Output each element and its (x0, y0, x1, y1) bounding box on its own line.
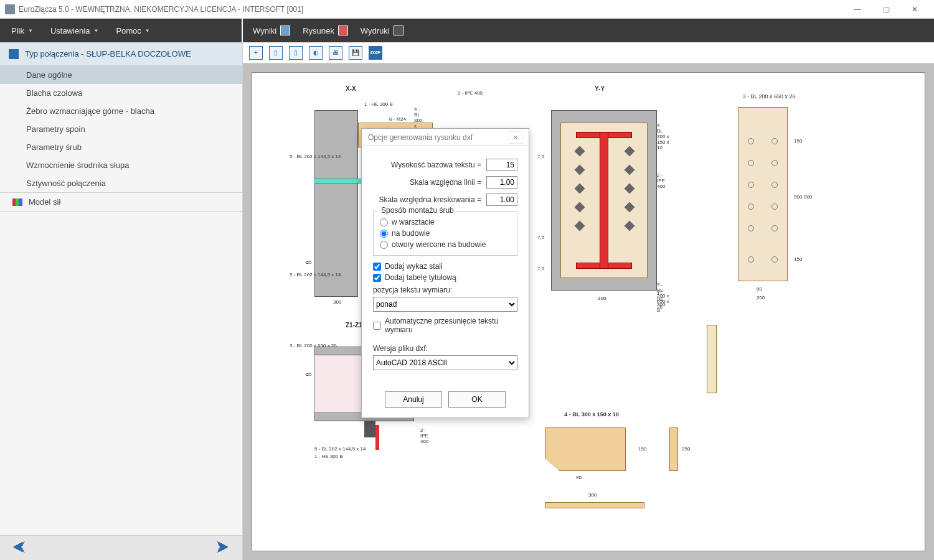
label-xx-a5: ɑ5 (306, 259, 311, 265)
drawing-section-yy: Y-Y 4 - BL 300 (532, 85, 669, 303)
radio-workshop-input[interactable] (380, 218, 388, 226)
label-dxf-version: Wersja pliku dxf: (373, 344, 517, 353)
sidebar-header: Typ połączenia - SŁUP-BELKA DOCZOŁOWE (0, 42, 242, 66)
connection-type-icon (9, 49, 19, 59)
label-plate-htot: 800 (804, 194, 812, 200)
label-ipe400-top: 2 - IPE 400 (458, 90, 483, 96)
tool-new-icon[interactable]: + (249, 46, 263, 60)
menu-file-label: Plik (11, 26, 24, 35)
app-icon (5, 4, 15, 14)
label-yy-he300b: 1 - HE 300 B (657, 291, 669, 313)
sidebar-item-blacha-czolowa[interactable]: Blacha czołowa (0, 84, 242, 102)
label-line-scale: Skala względna linii = (373, 178, 481, 187)
sidebar: Typ połączenia - SŁUP-BELKA DOCZOŁOWE Da… (0, 42, 243, 560)
sidebar-item-wzmocnienie-srodnika[interactable]: Wzmocnienie środnika słupa (0, 156, 242, 174)
ribbon-wyniki[interactable]: Wyniki (248, 19, 295, 42)
close-button[interactable]: ✕ (900, 0, 929, 19)
menubar: Plik ▼ Ustawienia ▼ Pomoc ▼ Wyniki Rysun… (0, 19, 934, 42)
maximize-button[interactable]: ▢ (872, 0, 900, 19)
label-plate-h3: 150 (794, 256, 802, 262)
label-yy-ipe400: 2 - IPE 400 (657, 172, 669, 189)
label-plate-w1: 90 (757, 286, 762, 292)
label-bl262b: 5 - BL 262 x 144,5 x 14 (290, 272, 341, 278)
dialog-titlebar: Opcje generowania rysunku dxf × (362, 129, 529, 146)
radio-workshop[interactable]: w warsztacie (380, 218, 511, 226)
tool-preview-icon[interactable]: ◐ (309, 46, 323, 60)
label-plate-title: 3 - BL 200 x 650 x 26 (732, 93, 806, 100)
input-line-scale[interactable] (486, 176, 517, 189)
label-yy-75a: 7,5 (537, 154, 544, 159)
dxf-options-dialog: Opcje generowania rysunku dxf × Wysokość… (361, 128, 529, 418)
shape-plate-body (738, 107, 788, 281)
radio-onsite[interactable]: na budowie (380, 229, 511, 238)
ribbon-wydruki-label: Wydruki (361, 26, 390, 35)
tool-print-icon[interactable]: 🖶 (329, 46, 342, 60)
legend-mounting: Sposób montażu śrub (379, 206, 456, 215)
ribbon-rysunek[interactable]: Rysunek (298, 19, 353, 42)
sidebar-item-sztywnosc[interactable]: Sztywność połączenia (0, 174, 242, 192)
menu-help[interactable]: Pomoc ▼ (110, 19, 156, 42)
label-stiff-h2: 250 (682, 446, 690, 452)
tool-save-icon[interactable]: 💾 (349, 46, 362, 60)
ribbon-wydruki[interactable]: Wydruki (356, 19, 408, 42)
shape-hole (748, 182, 754, 188)
sidebar-item-parametry-spoin[interactable]: Parametry spoin (0, 120, 242, 138)
titlebar: EuroZłącza 5.0 - WEWNĘTRZNA, NIEKOMERCYJ… (0, 0, 934, 19)
nav-next-button[interactable]: ⮞ (216, 540, 230, 556)
label-z1: Z1-Z1 (346, 322, 362, 329)
shape-stiff-body (545, 427, 626, 471)
check-auto-shift[interactable]: Automatyczne przesunięcie tekstu wymiaru (373, 317, 517, 334)
tool-page2-icon[interactable]: ▯ (289, 46, 303, 60)
select-dim-text-pos[interactable]: ponad (373, 297, 517, 312)
check-steel-list-label: Dodaj wykaz stali (385, 262, 443, 271)
check-steel-list[interactable]: Dodaj wykaz stali (373, 262, 517, 271)
menu-file[interactable]: Plik ▼ (5, 19, 39, 42)
select-dxf-version[interactable]: AutoCAD 2018 ASCII (373, 355, 517, 370)
drawing-stiffener: 4 - BL 300 x 150 x 10 150 90 250 (539, 421, 644, 477)
ok-button[interactable]: OK (448, 391, 506, 408)
shape-hole (771, 225, 778, 231)
sidebar-item-dane-ogolne[interactable]: Dane ogólne (0, 66, 242, 84)
label-bar-dim: 300 (588, 492, 597, 498)
label-bl262a: 5 - BL 262 x 144,5 x 14 (290, 154, 341, 159)
sidebar-item-zebro-gorne[interactable]: Żebro wzmacniające górne - blacha (0, 102, 242, 120)
window-controls: ― ▢ ✕ (843, 0, 929, 19)
drawing-canvas-wrap[interactable]: X-X 1 - HE 300 B 6 - M24 4 - BL 300 x 15… (243, 63, 934, 560)
shape-bar-body (545, 502, 644, 508)
label-z1-bl262: 5 - BL 262 x 144,5 x 14 (314, 446, 366, 452)
sidebar-item-parametry-srub[interactable]: Parametry śrub (0, 138, 242, 156)
radio-drilled-onsite[interactable]: otwory wiercone na budowie (380, 240, 511, 249)
radio-drilled-label: otwory wiercone na budowie (392, 240, 486, 249)
nav-prev-button[interactable]: ⮜ (12, 540, 26, 556)
label-stiff-w: 90 (576, 475, 582, 480)
radio-drilled-input[interactable] (380, 241, 388, 249)
shape-hole (771, 256, 778, 263)
sidebar-nav: ⮜ ⮞ (0, 535, 242, 560)
input-hatch-scale[interactable] (486, 194, 517, 206)
cancel-button[interactable]: Anuluj (385, 391, 442, 408)
content: + ▯ ▯ ◐ 🖶 💾 DXF X-X 1 - HE 300 B 6 - M24… (243, 42, 934, 560)
ribbon-wyniki-label: Wyniki (253, 26, 276, 35)
check-title-table[interactable]: Dodaj tabelę tytułową (373, 273, 517, 282)
ribbon-rysunek-label: Rysunek (303, 26, 334, 35)
dialog-close-button[interactable]: × (509, 131, 522, 144)
label-z1-a5: ɑ5 (306, 371, 311, 377)
dialog-buttons: Anuluj OK (362, 378, 529, 418)
minimize-button[interactable]: ― (843, 0, 872, 19)
input-text-height[interactable] (486, 159, 517, 171)
tool-dxf-icon[interactable]: DXF (369, 46, 382, 60)
check-title-table-input[interactable] (373, 274, 381, 282)
shape-hole (771, 138, 778, 144)
shape-hole (748, 225, 754, 231)
sidebar-item-model-sil[interactable]: Model sił (0, 192, 242, 212)
menu-settings[interactable]: Ustawienia ▼ (44, 19, 105, 42)
shape-vstrip (707, 325, 717, 393)
check-steel-list-input[interactable] (373, 263, 381, 271)
drawing-plate-side (700, 322, 725, 396)
label-z1-ipe400: 2 - IPE 400 (420, 427, 428, 444)
radio-onsite-input[interactable] (380, 230, 388, 238)
shape-hole (771, 160, 778, 166)
check-auto-shift-input[interactable] (373, 322, 381, 330)
menu-help-label: Pomoc (116, 26, 141, 35)
tool-page1-icon[interactable]: ▯ (269, 46, 283, 60)
